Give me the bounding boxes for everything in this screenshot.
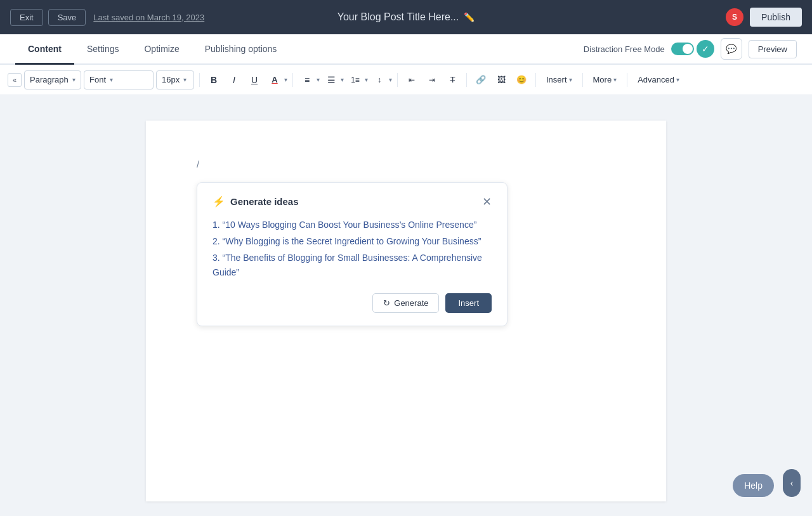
idea-1: 1. “10 Ways Blogging Can Boost Your Busi… bbox=[213, 218, 492, 233]
toggle-knob bbox=[683, 44, 693, 54]
distraction-free-toggle[interactable] bbox=[671, 43, 694, 55]
more-label: More bbox=[593, 75, 612, 84]
divider-1 bbox=[199, 73, 200, 87]
tab-bar: Content Settings Optimize Publishing opt… bbox=[0, 34, 812, 65]
divider-6 bbox=[582, 73, 583, 87]
refresh-icon: ↻ bbox=[383, 298, 390, 308]
exit-button[interactable]: Exit bbox=[10, 9, 43, 26]
distraction-free-toggle-wrap: ✓ bbox=[671, 40, 714, 58]
align-group: ≡ ▾ bbox=[298, 71, 320, 89]
paragraph-select-label: Paragraph bbox=[30, 75, 69, 84]
text-color-group: A ▾ bbox=[266, 71, 287, 89]
align-button[interactable]: ≡ bbox=[298, 71, 316, 89]
preview-button[interactable]: Preview bbox=[749, 40, 797, 58]
line-height-group: ↕ ▾ bbox=[370, 71, 392, 89]
idea-3: 3. “The Benefits of Blogging for Small B… bbox=[213, 251, 492, 281]
insert-dropdown[interactable]: Insert ▾ bbox=[541, 72, 577, 87]
modal-content: 1. “10 Ways Blogging Can Boost Your Busi… bbox=[213, 218, 492, 281]
font-select-arrow: ▾ bbox=[110, 76, 113, 83]
insert-label: Insert bbox=[546, 75, 567, 84]
text-color-arrow[interactable]: ▾ bbox=[284, 76, 287, 83]
advanced-dropdown[interactable]: Advanced ▾ bbox=[632, 72, 684, 87]
help-button[interactable]: Help bbox=[733, 474, 774, 497]
user-avatar: S bbox=[726, 8, 743, 26]
blog-title-text: Your Blog Post Title Here... bbox=[337, 11, 459, 23]
chat-button[interactable]: 💬 bbox=[721, 38, 742, 60]
tab-publishing-options[interactable]: Publishing options bbox=[192, 35, 290, 65]
emoji-button[interactable]: 😊 bbox=[513, 71, 530, 89]
numbered-list-group: 1≡ ▾ bbox=[346, 71, 368, 89]
size-select-label: 16px bbox=[162, 75, 180, 84]
top-bar-right: S Publish bbox=[726, 8, 802, 27]
align-arrow[interactable]: ▾ bbox=[317, 76, 320, 83]
generate-ideas-modal: ⚡ Generate ideas ✕ 1. “10 Ways Blogging … bbox=[197, 182, 508, 326]
divider-7 bbox=[627, 73, 627, 87]
divider-2 bbox=[292, 73, 293, 87]
last-saved-text[interactable]: Last saved on March 19, 2023 bbox=[93, 13, 204, 22]
generate-button-label: Generate bbox=[394, 298, 428, 308]
size-select[interactable]: 16px ▾ bbox=[156, 70, 194, 89]
generate-button[interactable]: ↻ Generate bbox=[372, 293, 439, 313]
insert-arrow: ▾ bbox=[569, 76, 572, 83]
editor-area: / ⚡ Generate ideas ✕ 1. “10 Ways Bloggin… bbox=[0, 95, 812, 516]
idea-2: 2. “Why Blogging is the Secret Ingredien… bbox=[213, 234, 492, 249]
lightning-icon: ⚡ bbox=[213, 195, 225, 208]
image-button[interactable]: 🖼 bbox=[492, 71, 510, 89]
modal-header: ⚡ Generate ideas ✕ bbox=[213, 195, 492, 208]
side-arrow-button[interactable]: ‹ bbox=[783, 469, 801, 497]
font-select-label: Font bbox=[89, 75, 106, 84]
more-arrow: ▾ bbox=[613, 76, 617, 83]
list-group: ☰ ▾ bbox=[322, 71, 344, 89]
divider-3 bbox=[397, 73, 398, 87]
top-bar-center: Your Blog Post Title Here... ✏️ bbox=[337, 11, 475, 23]
paragraph-select-arrow: ▾ bbox=[72, 76, 75, 83]
insert-button[interactable]: Insert bbox=[445, 293, 492, 313]
bold-button[interactable]: B bbox=[205, 71, 223, 89]
line-height-arrow[interactable]: ▾ bbox=[389, 76, 392, 83]
numbered-list-button[interactable]: 1≡ bbox=[346, 71, 364, 89]
tab-content[interactable]: Content bbox=[15, 35, 74, 65]
modal-actions: ↻ Generate Insert bbox=[213, 293, 492, 313]
font-select[interactable]: Font ▾ bbox=[84, 70, 154, 89]
more-dropdown[interactable]: More ▾ bbox=[588, 72, 622, 87]
main-tabs: Content Settings Optimize Publishing opt… bbox=[15, 35, 289, 63]
italic-button[interactable]: I bbox=[225, 71, 243, 89]
advanced-label: Advanced bbox=[638, 75, 674, 84]
modal-title-text: Generate ideas bbox=[230, 196, 299, 207]
indent-decrease-button[interactable]: ⇤ bbox=[403, 71, 421, 89]
editor-page[interactable]: / ⚡ Generate ideas ✕ 1. “10 Ways Bloggin… bbox=[146, 121, 666, 501]
distraction-free-label: Distraction Free Mode bbox=[584, 44, 665, 54]
tab-settings[interactable]: Settings bbox=[74, 35, 132, 65]
numbered-list-arrow[interactable]: ▾ bbox=[365, 76, 368, 83]
list-arrow[interactable]: ▾ bbox=[341, 76, 344, 83]
advanced-arrow: ▾ bbox=[676, 76, 679, 83]
divider-4 bbox=[466, 73, 467, 87]
top-bar: Exit Save Last saved on March 19, 2023 Y… bbox=[0, 0, 812, 34]
save-button[interactable]: Save bbox=[48, 9, 86, 26]
edit-title-icon[interactable]: ✏️ bbox=[464, 12, 475, 22]
tab-bar-right: Distraction Free Mode ✓ 💬 Preview bbox=[584, 38, 797, 60]
paragraph-select[interactable]: Paragraph ▾ bbox=[24, 70, 81, 89]
modal-title: ⚡ Generate ideas bbox=[213, 195, 299, 208]
publish-button[interactable]: Publish bbox=[750, 8, 802, 27]
divider-5 bbox=[535, 73, 536, 87]
link-button[interactable]: 🔗 bbox=[472, 71, 490, 89]
editor-slash-char: / bbox=[197, 159, 615, 169]
line-height-button[interactable]: ↕ bbox=[370, 71, 388, 89]
underline-button[interactable]: U bbox=[246, 71, 263, 89]
top-bar-left: Exit Save Last saved on March 19, 2023 bbox=[10, 9, 204, 26]
modal-close-button[interactable]: ✕ bbox=[482, 196, 492, 208]
toolbar-collapse-button[interactable]: « bbox=[8, 73, 22, 87]
tab-optimize[interactable]: Optimize bbox=[131, 35, 192, 65]
text-color-button[interactable]: A bbox=[266, 71, 284, 89]
size-select-arrow: ▾ bbox=[183, 76, 187, 83]
list-button[interactable]: ☰ bbox=[322, 71, 340, 89]
clear-format-button[interactable]: T̶ bbox=[443, 71, 461, 89]
editor-toolbar: « Paragraph ▾ Font ▾ 16px ▾ B I U A ▾ ≡ … bbox=[0, 65, 812, 95]
checkmark-button[interactable]: ✓ bbox=[697, 40, 714, 58]
indent-increase-button[interactable]: ⇥ bbox=[423, 71, 441, 89]
